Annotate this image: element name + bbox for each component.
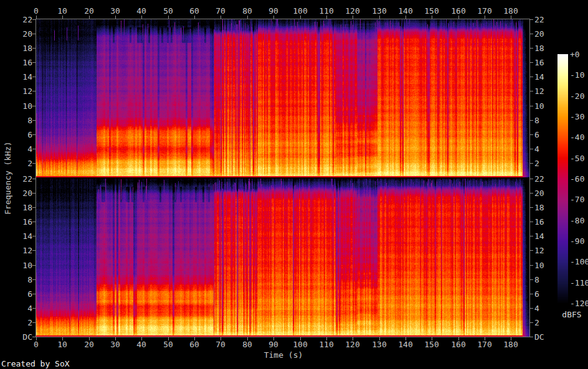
freq-tick-label: 16: [0, 217, 32, 227]
sox-spectrogram-window: 0102030405060708090100110120130140150160…: [0, 0, 588, 369]
spectrogram-channel-2-heatmap: [36, 179, 529, 337]
freq-tick-label: 16: [534, 58, 544, 67]
freq-tick: [530, 193, 533, 194]
freq-tick: [530, 279, 533, 280]
freq-tick-label: 10: [534, 261, 544, 270]
freq-tick-label: 20: [534, 189, 544, 198]
freq-tick: [530, 207, 533, 208]
freq-tick: [530, 179, 533, 179]
time-tick-label: 0: [34, 340, 39, 349]
freq-tick: [32, 236, 36, 236]
freq-tick: [32, 294, 36, 294]
colorbar-gradient: [557, 54, 568, 304]
time-tick-label: 90: [268, 6, 278, 16]
time-tick-label: 120: [345, 6, 359, 16]
freq-tick: [530, 106, 533, 106]
freq-tick-label: 16: [0, 58, 32, 67]
time-tick: [247, 16, 248, 19]
freq-tick: [32, 163, 36, 164]
freq-tick: [32, 179, 36, 179]
colorbar-tick-label: -40: [570, 133, 584, 142]
time-tick-label: 110: [319, 6, 333, 16]
freq-tick-label: 12: [0, 86, 32, 96]
time-tick: [89, 16, 90, 19]
time-tick-label: 80: [242, 340, 252, 349]
freq-tick-label: 8: [0, 275, 32, 284]
freq-tick-label: 12: [0, 246, 32, 255]
time-tick-label: 90: [268, 340, 278, 349]
time-tick: [115, 16, 116, 19]
freq-dc-label: DC: [0, 332, 32, 342]
time-tick: [62, 16, 63, 19]
left-axis-line: [36, 19, 36, 337]
bottom-axis-line: [36, 337, 530, 337]
freq-tick-label: 22: [534, 174, 544, 184]
freq-tick-label: 16: [534, 217, 544, 227]
time-tick-label: 180: [503, 340, 518, 349]
time-tick: [326, 16, 327, 19]
time-tick: [485, 16, 485, 19]
colorbar-tick-label: -60: [570, 174, 584, 184]
time-tick: [432, 16, 432, 19]
time-tick: [458, 16, 459, 19]
time-tick-label: 60: [189, 340, 199, 349]
time-tick-label: 30: [110, 340, 120, 349]
time-tick-label: 180: [503, 6, 518, 16]
colorbar-title: dBFS: [556, 310, 587, 319]
colorbar-tick-label: -50: [570, 154, 584, 163]
colorbar-tick-label: -120: [570, 299, 588, 308]
freq-tick: [530, 294, 533, 294]
freq-tick: [530, 265, 533, 266]
time-tick-label: 10: [57, 6, 67, 16]
freq-tick-label: 2: [0, 318, 32, 327]
freq-tick-label: 2: [534, 318, 539, 327]
freq-tick-label: 10: [0, 101, 32, 111]
freq-tick: [530, 19, 533, 20]
freq-tick-label: 10: [534, 101, 544, 111]
time-tick-label: 70: [216, 340, 225, 349]
time-tick-label: 70: [216, 6, 225, 16]
freq-tick-label: 18: [534, 44, 544, 53]
time-tick-label: 140: [398, 6, 412, 16]
time-tick: [300, 16, 301, 19]
time-tick-label: 100: [293, 6, 307, 16]
freq-tick: [530, 337, 533, 337]
spectrogram-channel-1-heatmap: [36, 19, 529, 177]
freq-tick: [32, 279, 36, 280]
freq-tick: [530, 322, 533, 323]
freq-tick-label: 4: [0, 304, 32, 313]
time-tick-label: 50: [163, 6, 173, 16]
freq-tick-label: 6: [534, 289, 539, 299]
freq-tick-label: 14: [534, 72, 544, 82]
time-tick: [220, 16, 221, 19]
freq-tick: [32, 62, 36, 63]
freq-tick-label: 20: [534, 29, 544, 39]
time-tick-label: 130: [372, 6, 386, 16]
freq-tick: [530, 250, 533, 251]
time-tick-label: 100: [293, 340, 307, 349]
freq-tick-label: 12: [534, 86, 544, 96]
time-tick-label: 140: [398, 340, 412, 349]
time-tick: [511, 16, 511, 19]
freq-tick-label: 4: [534, 304, 539, 313]
time-tick-label: 170: [477, 340, 491, 349]
freq-tick: [32, 308, 36, 309]
freq-tick: [32, 250, 36, 251]
freq-tick: [530, 62, 533, 63]
freq-tick-label: 14: [0, 72, 32, 82]
colorbar-tick-label: -70: [570, 195, 584, 204]
time-tick-label: 20: [84, 340, 94, 349]
time-tick-label: 160: [451, 6, 465, 16]
freq-tick-label: 14: [0, 231, 32, 241]
colorbar-tick-label: -30: [570, 112, 584, 121]
freq-tick-label: 12: [534, 246, 544, 255]
time-tick: [141, 16, 142, 19]
time-tick: [353, 16, 353, 19]
freq-tick: [32, 48, 36, 49]
colorbar-tick-label: -90: [570, 236, 584, 246]
colorbar-tick-label: -80: [570, 216, 584, 225]
freq-tick: [530, 308, 533, 309]
freq-tick: [32, 91, 36, 91]
freq-tick-label: 22: [534, 15, 544, 24]
freq-tick: [530, 48, 533, 49]
